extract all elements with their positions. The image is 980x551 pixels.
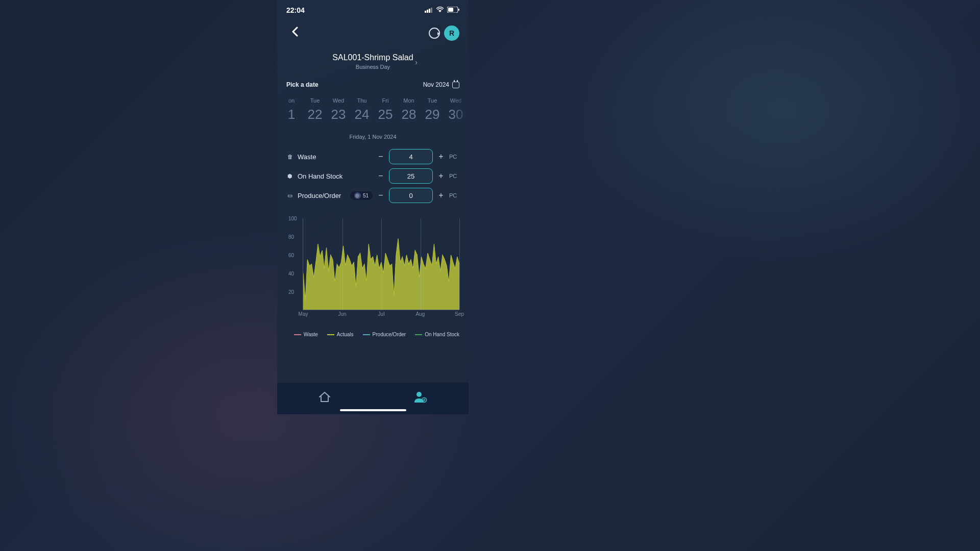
target-icon: ◎	[354, 192, 361, 199]
recommended-pill[interactable]: ◎ 51	[350, 191, 373, 200]
waste-unit: PC	[449, 154, 459, 160]
produce-unit: PC	[449, 192, 459, 198]
svg-rect-1	[427, 10, 428, 13]
subtitle: Business Day	[277, 64, 469, 70]
onhand-increment[interactable]: +	[437, 171, 445, 181]
legend-actuals: Actuals	[327, 332, 354, 337]
waste-increment[interactable]: +	[437, 152, 445, 161]
chevron-right-icon[interactable]: ›	[415, 58, 418, 66]
avatar[interactable]: R	[444, 26, 459, 41]
box-icon: ⬢	[286, 173, 293, 180]
month-selector[interactable]: Nov 2024	[423, 81, 459, 88]
phone-frame: 22:04 R SAL001-Shrimp Salad Business Day…	[277, 0, 469, 414]
x-tick: Jun	[338, 311, 346, 317]
card-icon: ▭	[286, 192, 293, 199]
date-cell[interactable]: Wed30	[445, 97, 467, 122]
y-tick: 80	[288, 234, 294, 240]
y-tick: 20	[288, 289, 294, 295]
title-block: SAL001-Shrimp Salad Business Day ›	[277, 53, 469, 70]
produce-increment[interactable]: +	[437, 191, 445, 200]
date-strip[interactable]: on1Tue22Wed23Thu24Fri25Mon28Tue29Wed30Th…	[277, 97, 469, 122]
legend-waste: Waste	[294, 332, 318, 337]
legend-onhand: On Hand Stock	[415, 332, 459, 337]
nav-bar: R	[277, 20, 469, 46]
svg-rect-2	[429, 9, 430, 13]
recommended-value: 51	[363, 193, 369, 198]
battery-icon	[447, 6, 459, 14]
status-right	[425, 6, 459, 14]
waste-input[interactable]: 4	[389, 149, 433, 164]
row-waste: 🗑 Waste − 4 + PC	[286, 147, 459, 166]
date-cell[interactable]: Wed23	[327, 97, 350, 122]
bottom-nav	[277, 383, 469, 414]
status-bar: 22:04	[277, 0, 469, 20]
nav-home[interactable]	[318, 391, 331, 406]
x-tick: May	[299, 311, 308, 317]
svg-point-7	[416, 392, 422, 397]
onhand-label: On Hand Stock	[298, 172, 373, 180]
svg-rect-6	[458, 9, 459, 11]
y-tick: 60	[288, 253, 294, 258]
y-tick: 100	[288, 216, 297, 221]
date-cell[interactable]: Mon28	[398, 97, 420, 122]
svg-rect-3	[431, 8, 432, 13]
produce-label: Produce/Order	[298, 192, 346, 199]
cellular-icon	[425, 6, 433, 14]
row-produce: ▭ Produce/Order ◎ 51 − 0 + PC	[286, 186, 459, 205]
svg-rect-0	[425, 11, 426, 13]
produce-decrement[interactable]: −	[377, 191, 385, 200]
row-onhand: ⬢ On Hand Stock − 25 + PC	[286, 166, 459, 186]
calendar-icon	[452, 82, 459, 88]
date-cell[interactable]: on1	[280, 97, 303, 122]
chart: MayJunJulAugSep 20406080100	[288, 216, 459, 318]
status-time: 22:04	[286, 6, 305, 14]
legend: Waste Actuals Produce/Order On Hand Stoc…	[277, 332, 469, 337]
nav-profile[interactable]	[413, 391, 428, 406]
produce-input[interactable]: 0	[389, 188, 433, 203]
date-cell[interactable]: Fri25	[374, 97, 397, 122]
onhand-decrement[interactable]: −	[377, 171, 385, 181]
waste-decrement[interactable]: −	[377, 152, 385, 161]
wifi-icon	[436, 6, 444, 14]
x-tick: Sep	[455, 311, 464, 317]
item-title: SAL001-Shrimp Salad	[277, 53, 469, 62]
legend-produce: Produce/Order	[363, 332, 406, 337]
onhand-unit: PC	[449, 173, 459, 179]
pick-date-label: Pick a date	[286, 81, 318, 88]
x-tick: Jul	[378, 311, 385, 317]
back-button[interactable]	[291, 27, 299, 40]
month-label: Nov 2024	[423, 81, 449, 88]
x-tick: Aug	[416, 311, 425, 317]
date-cell[interactable]: Thu31	[468, 97, 469, 122]
date-cell[interactable]: Tue29	[421, 97, 444, 122]
home-indicator	[340, 409, 406, 411]
waste-label: Waste	[298, 153, 373, 161]
svg-rect-5	[448, 8, 453, 12]
onhand-input[interactable]: 25	[389, 168, 433, 184]
y-tick: 40	[288, 271, 294, 277]
selected-date: Friday, 1 Nov 2024	[277, 134, 469, 140]
date-cell[interactable]: Tue22	[304, 97, 326, 122]
date-cell[interactable]: Thu24	[351, 97, 373, 122]
logout-icon[interactable]	[429, 28, 440, 39]
trash-icon: 🗑	[286, 154, 293, 160]
